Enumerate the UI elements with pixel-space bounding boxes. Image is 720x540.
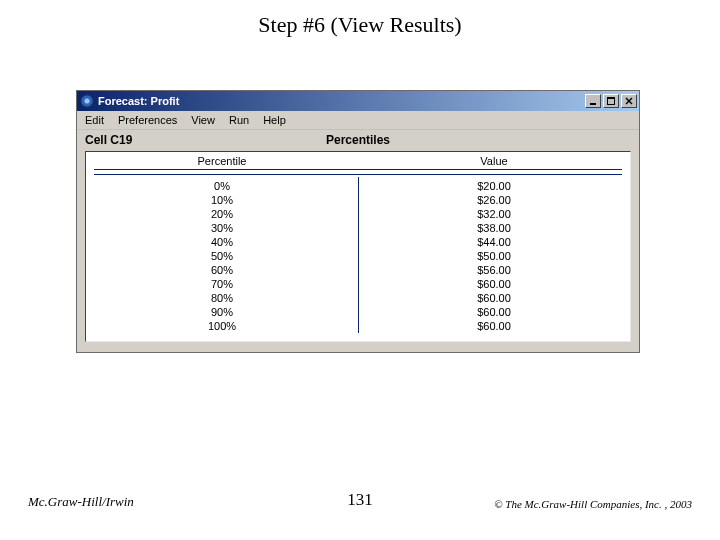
close-button[interactable] [621,94,637,108]
percentile-cell: 10% [86,193,358,207]
titlebar: Forecast: Profit [77,91,639,111]
window-control-buttons [585,94,637,108]
percentile-cell: 30% [86,221,358,235]
col-header-value: Value [358,155,630,167]
svg-point-1 [85,99,90,104]
percentile-cell: 0% [86,179,358,193]
minimize-button[interactable] [585,94,601,108]
menu-help[interactable]: Help [263,114,286,126]
value-cell: $60.00 [358,277,630,291]
value-cell: $32.00 [358,207,630,221]
maximize-button[interactable] [603,94,619,108]
page-number: 131 [347,490,373,510]
menubar: Edit Preferences View Run Help [77,111,639,130]
percentile-cell: 100% [86,319,358,333]
svg-rect-2 [590,103,596,105]
value-cell: $50.00 [358,249,630,263]
footer-left: Mc.Graw-Hill/Irwin [28,494,347,510]
value-cell: $20.00 [358,179,630,193]
percentile-cell: 70% [86,277,358,291]
menu-preferences[interactable]: Preferences [118,114,177,126]
cell-reference: Cell C19 [85,133,255,147]
percentiles-panel: Percentile Value 0%$20.00 10%$26.00 20%$… [85,151,631,342]
column-divider [358,177,359,333]
value-cell: $26.00 [358,193,630,207]
menu-view[interactable]: View [191,114,215,126]
percentiles-table: 0%$20.00 10%$26.00 20%$32.00 30%$38.00 4… [86,177,630,341]
forecast-window: Forecast: Profit Edit Preferences View R… [76,90,640,353]
slide-title: Step #6 (View Results) [0,12,720,38]
statistic-name: Percentiles [255,133,461,147]
stats-header: Cell C19 Percentiles [77,130,639,151]
percentile-cell: 50% [86,249,358,263]
value-cell: $56.00 [358,263,630,277]
percentile-cell: 40% [86,235,358,249]
svg-rect-4 [607,97,615,99]
percentile-cell: 20% [86,207,358,221]
window-title: Forecast: Profit [98,95,585,107]
value-cell: $60.00 [358,319,630,333]
column-headers: Percentile Value [86,152,630,169]
header-rule [94,169,622,175]
menu-edit[interactable]: Edit [85,114,104,126]
menu-run[interactable]: Run [229,114,249,126]
percentile-cell: 60% [86,263,358,277]
slide-footer: Mc.Graw-Hill/Irwin 131 © The Mc.Graw-Hil… [0,490,720,510]
forecast-app-icon [80,94,94,108]
percentile-cell: 90% [86,305,358,319]
value-cell: $38.00 [358,221,630,235]
col-header-percentile: Percentile [86,155,358,167]
value-cell: $44.00 [358,235,630,249]
footer-right: © The Mc.Graw-Hill Companies, Inc. , 200… [373,498,692,510]
value-cell: $60.00 [358,305,630,319]
percentile-cell: 80% [86,291,358,305]
value-cell: $60.00 [358,291,630,305]
